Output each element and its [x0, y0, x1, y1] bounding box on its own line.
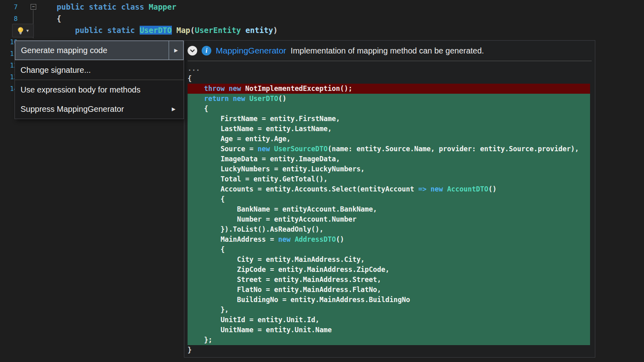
preview-pane: i MappingGenerator Implementation of map…	[184, 40, 595, 358]
code-token: MainAddress =	[188, 235, 278, 243]
preview-code-line: return new UserDTO()	[188, 94, 590, 104]
preview-code-line: Source = new UserSourceDTO(name: entity.…	[188, 144, 590, 154]
code-token: public static class	[57, 2, 149, 11]
info-icon: i	[202, 46, 211, 56]
lightbulb-widget[interactable]: ▾	[12, 24, 34, 37]
line-number: 8	[0, 13, 18, 25]
code-token: }	[188, 346, 192, 354]
code-token: new	[278, 235, 295, 243]
menu-item-generate-mapping-code[interactable]: Generate mapping code▶	[15, 41, 184, 60]
code-token: new	[258, 145, 274, 153]
code-token: FlatNo = entity.MainAddress.FlatNo,	[188, 286, 381, 294]
quick-actions-menu: Generate mapping code▶Change signature..…	[14, 40, 184, 119]
editor-line-code: public static UserDTO Map(UserEntity ent…	[18, 25, 278, 36]
mapping-generator-link[interactable]: MappingGenerator	[216, 46, 286, 56]
submenu-arrow-icon: ▶	[169, 41, 183, 60]
code-token: public static	[75, 26, 140, 35]
code-token: {	[188, 105, 208, 113]
preview-code-line: FirstName = entity.FirstName,	[188, 114, 590, 124]
code-token: Source =	[188, 145, 258, 153]
code-token: ImageData = entity.ImageData,	[188, 155, 340, 163]
chevron-down-circle-icon[interactable]	[188, 46, 197, 56]
preview-header: i MappingGenerator Implementation of map…	[188, 41, 592, 61]
preview-code-line: {	[188, 194, 590, 204]
code-token: {	[38, 14, 61, 23]
code-token	[172, 26, 176, 35]
code-token: ()	[278, 95, 286, 103]
submenu-arrow-icon: ▶	[172, 106, 178, 112]
code-token: UserEntity	[195, 26, 241, 35]
menu-item-label: Use expression body for methods	[21, 85, 140, 95]
code-token: Map	[176, 26, 190, 35]
preview-code-line: Number = entityAccount.Number	[188, 214, 590, 224]
preview-code-line: ZipCode = entity.MainAddress.ZipCode,	[188, 265, 590, 275]
code-token: Mapper	[149, 2, 177, 11]
preview-code: ...{ throw new NotImplementedException()…	[188, 64, 595, 355]
chevron-down-icon: ▾	[26, 28, 29, 33]
code-token: LuckyNumbers = entity.LuckyNumbers,	[188, 165, 365, 173]
preview-code-line: LastName = entity.LastName,	[188, 124, 590, 134]
lightbulb-icon	[17, 27, 24, 35]
code-token: ()	[336, 235, 344, 243]
editor-line-code: {	[18, 13, 61, 25]
preview-code-line: UnitName = entity.Unit.Name	[188, 325, 590, 335]
preview-code-line: {	[188, 104, 590, 114]
code-token: City = entity.MainAddress.City,	[188, 255, 365, 263]
fold-collapse-icon[interactable]: −	[31, 4, 36, 10]
preview-code-line: BuildingNo = entity.MainAddress.Building…	[188, 295, 590, 305]
menu-item-label: Generate mapping code	[21, 46, 107, 55]
code-token: UserSourceDTO	[274, 145, 328, 153]
preview-code-line: City = entity.MainAddress.City,	[188, 255, 590, 265]
code-token: UnitName = entity.Unit.Name	[188, 326, 332, 334]
line-number: 7	[0, 1, 18, 13]
code-token: {	[188, 195, 225, 203]
preview-code-line: ImageData = entity.ImageData,	[188, 154, 590, 164]
code-token: return new	[204, 95, 250, 103]
preview-code-line: FlatNo = entity.MainAddress.FlatNo,	[188, 285, 590, 295]
preview-code-line: UnitId = entity.Unit.Id,	[188, 315, 590, 325]
preview-code-line: Street = entity.MainAddress.Street,	[188, 275, 590, 285]
menu-item-use-expression-body-for-methods[interactable]: Use expression body for methods	[15, 80, 184, 99]
preview-code-line: LuckyNumbers = entity.LuckyNumbers,	[188, 164, 590, 174]
code-token: (name: entity.Source.Name, provider: ent…	[328, 145, 579, 153]
code-token: },	[188, 306, 229, 314]
code-token: Age = entity.Age,	[188, 135, 291, 143]
code-token: AccountDTO	[447, 185, 488, 193]
code-token: throw new	[204, 84, 245, 93]
editor-line[interactable]: 8 {	[0, 13, 644, 25]
preview-code-line: {	[188, 74, 590, 84]
preview-code-line: },	[188, 305, 590, 315]
code-token: Street = entity.MainAddress.Street,	[188, 276, 381, 284]
code-token: {	[188, 245, 225, 253]
preview-code-line: Accounts = entity.Accounts.Select(entity…	[188, 184, 590, 194]
preview-code-line: {	[188, 245, 590, 255]
code-token	[188, 84, 204, 93]
fold-minus-glyph: −	[32, 4, 35, 9]
code-token: }).ToList().AsReadOnly(),	[188, 225, 324, 233]
preview-code-line: ...	[188, 64, 590, 74]
preview-code-line: Total = entity.GetTotal(),	[188, 174, 590, 184]
code-token: UnitId = entity.Unit.Id,	[188, 316, 320, 324]
code-token: AddressDTO	[295, 235, 336, 243]
preview-code-line: Age = entity.Age,	[188, 134, 590, 144]
preview-message: Implementation of mapping method can be …	[291, 46, 484, 56]
code-token: BuildingNo = entity.MainAddress.Building…	[188, 296, 410, 304]
code-token: entity	[241, 26, 273, 35]
code-token: => new	[418, 185, 447, 193]
code-token: )	[273, 26, 277, 35]
code-token: (	[190, 26, 195, 35]
menu-item-suppress-mappinggenerator[interactable]: Suppress MappingGenerator▶	[15, 99, 184, 119]
editor-line[interactable]: 9 public static UserDTO Map(UserEntity e…	[0, 25, 644, 36]
editor-line[interactable]: 7 public static class Mapper	[0, 1, 644, 13]
menu-item-change-signature[interactable]: Change signature...	[15, 60, 184, 80]
code-token: UserDTO	[140, 26, 172, 35]
code-token	[38, 2, 57, 11]
preview-code-line: MainAddress = new AddressDTO()	[188, 234, 590, 245]
code-token: NotImplementedException();	[245, 84, 352, 93]
code-token: Total = entity.GetTotal(),	[188, 175, 328, 183]
preview-code-line: BankName = entityAccount.BankName,	[188, 204, 590, 214]
editor-line-code: public static class Mapper	[18, 1, 176, 13]
code-token: ()	[488, 185, 496, 193]
preview-code-line: throw new NotImplementedException();	[188, 84, 590, 94]
preview-code-line: }).ToList().AsReadOnly(),	[188, 224, 590, 234]
